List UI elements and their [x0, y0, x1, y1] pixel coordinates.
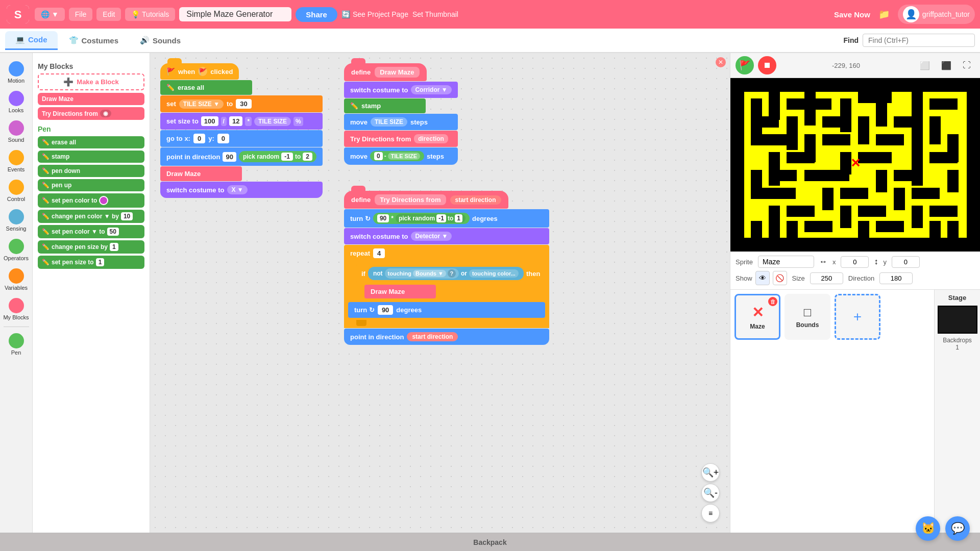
sprite-item-bounds[interactable]: □ Bounds	[785, 294, 830, 340]
erase-all-block[interactable]: ✏️ erase all	[160, 80, 252, 95]
sprite-name-input[interactable]	[758, 256, 814, 268]
define-try-dirs-block[interactable]: define Try Directions from start directi…	[344, 191, 508, 209]
tab-costumes[interactable]: 👕 Costumes	[59, 32, 129, 49]
category-events[interactable]: Events	[2, 147, 31, 176]
tab-code[interactable]: 💻 Code	[5, 31, 58, 50]
category-myblocks[interactable]: My Blocks	[2, 295, 31, 323]
when-flag-block[interactable]: 🚩 when 🚩 clicked	[160, 63, 239, 80]
make-block-button[interactable]: ➕ Make a Block	[38, 73, 144, 90]
zoom-out-button[interactable]: 🔍-	[701, 484, 720, 502]
stage-thumbnail[interactable]	[938, 306, 977, 334]
category-operators[interactable]: Operators	[2, 236, 31, 264]
category-motion[interactable]: Motion	[2, 58, 31, 87]
if-block[interactable]: if not touching Bounds ▼ ? or touching c…	[356, 264, 545, 283]
stage-small-button[interactable]: ⬜	[916, 59, 934, 72]
sprite-maze-delete[interactable]: 🗑	[768, 297, 777, 306]
direction-input[interactable]	[879, 272, 913, 284]
move-neg-tile-block[interactable]: move 0 - TILE SIZE steps	[344, 147, 458, 165]
stage-normal-button[interactable]: ⬛	[937, 59, 955, 72]
control-circle	[9, 180, 24, 195]
repeat-block[interactable]: repeat 4 if not touching Bounds ▼ ?	[344, 245, 549, 328]
category-control[interactable]: Control	[2, 177, 31, 205]
set-tile-size-block[interactable]: set TILE SIZE ▼ to 30	[160, 95, 323, 112]
code-area[interactable]: 🚩 when 🚩 clicked ✏️ erase all set TILE S…	[150, 53, 730, 533]
scratch-logo[interactable]: S	[5, 4, 31, 24]
show-hidden-button[interactable]: 🚫	[773, 271, 787, 285]
svg-rect-37	[804, 170, 849, 181]
pen-icon-eraseall: ✏️	[166, 84, 175, 91]
move-tile-size-block[interactable]: move TILE SIZE steps	[344, 114, 458, 130]
green-flag-button[interactable]: 🚩	[736, 56, 754, 74]
tab-sounds[interactable]: 🔊 Sounds	[130, 32, 191, 49]
draw-maze-inner-block[interactable]: Draw Maze	[364, 285, 436, 298]
try-dirs-call-block[interactable]: Try Directions from direction	[344, 131, 458, 147]
set-pen-color-palette-block[interactable]: ✏️ set pen color to	[38, 193, 144, 208]
category-sensing[interactable]: Sensing	[2, 206, 31, 235]
svg-rect-43	[840, 188, 868, 199]
category-looks[interactable]: Looks	[2, 88, 31, 116]
set-thumbnail-button[interactable]: Set Thumbnail	[412, 10, 458, 18]
size-label: Size	[792, 274, 805, 282]
set-size-block[interactable]: set size to 100 / 12 * TILE SIZE %	[160, 113, 323, 130]
add-sprite-button[interactable]: +	[835, 294, 880, 340]
edit-button[interactable]: Edit	[96, 8, 121, 21]
pen-up-palette-block[interactable]: ✏️ pen up	[38, 179, 144, 191]
globe-button[interactable]: 🌐 ▼	[35, 8, 65, 21]
stamp-block2[interactable]: ✏️ stamp	[344, 98, 426, 113]
size-input[interactable]	[810, 272, 843, 284]
goto-block[interactable]: go to x: 0 y: 0	[160, 130, 323, 147]
y-input[interactable]	[892, 256, 920, 268]
file-button[interactable]: File	[69, 8, 93, 21]
point-direction-block[interactable]: point in direction 90 pick random -1 to …	[160, 147, 323, 166]
maze-thumb: ✕	[752, 304, 764, 321]
turn-random-block[interactable]: turn ↻ 90 * pick random -1 to 1 degrees	[344, 209, 549, 228]
svg-rect-58	[947, 221, 959, 238]
help-button[interactable]: 💬	[945, 516, 970, 541]
define-draw-maze-block[interactable]: define Draw Maze	[344, 63, 427, 81]
switch-corridor-block[interactable]: switch costume to Corridor ▼	[344, 82, 458, 98]
stamp-palette-block[interactable]: ✏️ stamp	[38, 151, 144, 163]
turn-90-block[interactable]: turn ↻ 90 degrees	[348, 302, 545, 318]
category-variables[interactable]: Variables	[2, 265, 31, 294]
user-avatar: 👤	[903, 6, 919, 22]
zoom-in-button[interactable]: 🔍+	[701, 463, 720, 482]
draw-maze-block[interactable]: Draw Maze	[38, 93, 144, 105]
share-button[interactable]: Share	[296, 7, 337, 22]
x-input[interactable]	[841, 256, 869, 268]
chat-button[interactable]: 🐱	[916, 516, 940, 541]
erase-all-palette-block[interactable]: ✏️ erase all	[38, 136, 144, 148]
stop-button[interactable]: ⏹	[758, 56, 776, 74]
sprite-item-maze[interactable]: 🗑 ✕ Maze	[734, 294, 780, 340]
change-pen-size-palette-block[interactable]: ✏️ change pen size by 1	[38, 240, 144, 254]
user-area[interactable]: 👤 griffpatch_tutor	[898, 5, 975, 24]
backpack-bar[interactable]: Backpack	[0, 533, 980, 551]
set-pen-size-palette-block[interactable]: ✏️ set pen size to 1	[38, 256, 144, 269]
fit-screen-button[interactable]: ≡	[701, 504, 720, 522]
point-start-dir-block[interactable]: point in direction start direction	[344, 329, 549, 345]
code-icon: 💻	[15, 35, 25, 44]
save-now-button[interactable]: Save Now	[834, 10, 870, 19]
switch-costume-x-block[interactable]: switch costume to X ▼	[160, 182, 323, 198]
project-title-input[interactable]	[179, 7, 291, 21]
folder-icon-button[interactable]: 📁	[874, 7, 894, 22]
svg-rect-47	[787, 206, 815, 217]
set-pen-color2-palette-block[interactable]: ✏️ set pen color ▼ to 50	[38, 225, 144, 238]
find-input[interactable]	[863, 34, 975, 47]
pen-down-palette-block[interactable]: ✏️ pen down	[38, 165, 144, 177]
see-project-button[interactable]: 🔄 See Project Page	[341, 10, 408, 18]
tutorials-button[interactable]: 💡 Tutorials	[125, 8, 175, 21]
backdrops-count: 1	[955, 344, 959, 351]
stage-fullscreen-button[interactable]: ⛶	[959, 59, 975, 72]
show-visible-button[interactable]: 👁	[755, 271, 770, 285]
svg-rect-55	[858, 221, 869, 238]
close-panel-button[interactable]: ✕	[716, 57, 726, 67]
switch-detector-block[interactable]: switch costume to Detector ▼	[344, 228, 549, 244]
svg-rect-19	[822, 116, 850, 128]
try-directions-block[interactable]: Try Directions from ◉	[38, 107, 144, 120]
draw-maze-call-block[interactable]: Draw Maze	[160, 166, 242, 181]
category-pen[interactable]: Pen	[2, 330, 31, 359]
category-sound[interactable]: Sound	[2, 117, 31, 146]
change-pen-color-palette-block[interactable]: ✏️ change pen color ▼ by 10	[38, 210, 144, 223]
svg-text:✕: ✕	[850, 156, 861, 170]
pen-palette-icon-changecolor: ✏️	[42, 213, 50, 220]
